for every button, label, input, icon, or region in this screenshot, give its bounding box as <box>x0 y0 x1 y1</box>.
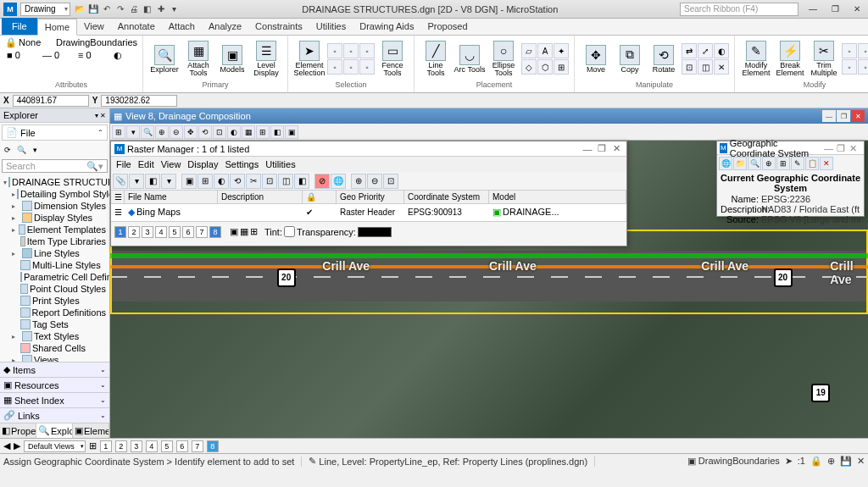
qa-undo-icon[interactable]: ↶ <box>101 3 113 15</box>
status-model[interactable]: ▣ DrawingBoundaries <box>687 456 780 467</box>
tab-explorer[interactable]: 🔍Explor... <box>36 423 73 438</box>
ribbon-search-input[interactable]: Search Ribbon (F4) <box>680 3 798 16</box>
col-model[interactable]: Model <box>489 191 626 203</box>
col-geopriority[interactable]: Geo Priority <box>337 191 404 203</box>
view-tab-3[interactable]: 3 <box>131 440 142 452</box>
tab-annotate[interactable]: Annotate <box>111 18 162 35</box>
view-tab-1[interactable]: 1 <box>100 440 112 452</box>
tree-item[interactable]: Point Cloud Styles <box>2 283 108 295</box>
element-selection-button[interactable]: ➤Element Selection <box>293 39 326 80</box>
tree-item[interactable]: ▸Text Styles <box>2 330 108 342</box>
view-tool-icon[interactable]: ⊞ <box>112 125 125 139</box>
tab-drawing-aids[interactable]: Drawing Aids <box>353 18 420 35</box>
explorer-button[interactable]: 🔍Explorer <box>148 39 181 80</box>
menu-display[interactable]: Display <box>187 159 218 169</box>
template-combo[interactable]: DrawingBoundaries <box>56 37 137 48</box>
view-tab-6[interactable]: 6 <box>176 440 188 452</box>
tab-analyze[interactable]: Analyze <box>202 18 248 35</box>
view-max-button[interactable]: ❐ <box>837 110 850 122</box>
menu-file[interactable]: File <box>116 159 131 169</box>
minimize-button[interactable]: — <box>802 2 824 17</box>
view-tab-7[interactable]: 7 <box>192 440 203 452</box>
tree-item[interactable]: Tag Sets <box>2 318 108 330</box>
raster-close-icon[interactable]: ✕ <box>609 144 623 154</box>
tree-item[interactable]: ▸Element Templates <box>2 224 108 235</box>
workflow-combo[interactable]: Drawing <box>20 3 70 16</box>
raster-max-icon[interactable]: ❐ <box>595 144 609 154</box>
qa-save-icon[interactable]: 💾 <box>87 3 99 15</box>
qa-tool3-icon[interactable]: ▾ <box>169 3 181 15</box>
view-layout-icon[interactable]: ⊞ <box>89 440 97 451</box>
line-tools-button[interactable]: ╱Line Tools <box>420 39 452 80</box>
status-scale[interactable]: :1 <box>798 456 805 467</box>
view-tab-5[interactable]: 5 <box>161 440 173 452</box>
qa-print-icon[interactable]: 🖨 <box>128 3 140 15</box>
explorer-pin-icon[interactable]: ▾ ✕ <box>95 112 106 119</box>
tree-item[interactable]: Shared Cells <box>2 342 108 354</box>
break-element-button[interactable]: ⚡Break Element <box>774 39 806 80</box>
transparency-slider[interactable] <box>358 227 392 237</box>
status-snap-icon[interactable]: ⊕ <box>827 456 835 467</box>
lock-icon[interactable]: 🔒 <box>5 37 17 48</box>
trim-multiple-button[interactable]: ✂Trim Multiple <box>808 39 840 80</box>
status-warn-icon[interactable]: ✕ <box>857 456 865 467</box>
tree-root[interactable]: ▾DRAINAGE STRUCTURES.dgn <box>2 176 108 188</box>
maximize-button[interactable]: ❐ <box>824 2 846 17</box>
menu-edit[interactable]: Edit <box>138 159 154 169</box>
view-tab-4[interactable]: 4 <box>146 440 158 452</box>
tint-checkbox[interactable] <box>284 226 295 237</box>
tab-element[interactable]: ▣Eleme... <box>73 423 109 438</box>
y-coord-value[interactable]: 1930282.62 <box>101 95 177 107</box>
panel-links[interactable]: 🔗Links⌄ <box>0 407 109 423</box>
refresh-icon[interactable]: ⟳ <box>2 144 14 156</box>
tab-attach[interactable]: Attach <box>162 18 202 35</box>
qa-tool1-icon[interactable]: ◧ <box>142 3 153 15</box>
x-coord-value[interactable]: 440891.67 <box>13 95 89 107</box>
col-filename[interactable]: File Name <box>125 191 218 203</box>
qa-open-icon[interactable]: 📂 <box>74 3 86 15</box>
models-button[interactable]: ▣Models <box>216 39 248 80</box>
panel-items[interactable]: ◆Items⌄ <box>0 362 109 377</box>
nav-prev-icon[interactable]: ◀ <box>3 440 10 451</box>
col-coordsys[interactable]: Coordinate System <box>404 191 489 203</box>
explorer-search-input[interactable]: Search🔍▾ <box>2 159 108 173</box>
gcs-dialog[interactable]: MGeographic Coordinate System —❐✕ 🌐📁🔍⊕⊞✎… <box>716 141 865 217</box>
tree-item[interactable]: Report Definitions <box>2 307 108 318</box>
fence-tools-button[interactable]: ▭Fence Tools <box>376 39 409 80</box>
tab-properties[interactable]: ◧Prope... <box>0 423 36 438</box>
tab-proposed[interactable]: Proposed <box>420 18 474 35</box>
panel-sheet-index[interactable]: ▦Sheet Index⌄ <box>0 392 109 407</box>
tree-item[interactable]: Print Styles <box>2 295 108 307</box>
explorer-file-section[interactable]: 📄 File ⌃ <box>2 125 108 141</box>
tree-item[interactable]: ▸Views <box>2 354 108 362</box>
level-combo[interactable]: None <box>19 37 54 48</box>
tab-view[interactable]: View <box>77 18 111 35</box>
tree-item[interactable]: ▸Dimension Styles <box>2 200 108 212</box>
tree-item[interactable]: Item Type Libraries <box>2 235 108 247</box>
nav-next-icon[interactable]: ▶ <box>14 440 20 451</box>
view-min-button[interactable]: — <box>822 110 836 122</box>
tab-constraints[interactable]: Constraints <box>248 18 309 35</box>
zoom-icon[interactable]: 🔍 <box>15 144 27 156</box>
move-button[interactable]: ✥Move <box>580 39 612 80</box>
class-combo[interactable]: ◐ <box>112 50 137 61</box>
tree-item[interactable]: ▸Detailing Symbol Styles <box>2 188 108 200</box>
tree-item[interactable]: ▸Line Styles <box>2 247 108 259</box>
menu-utilities[interactable]: Utilities <box>265 159 295 169</box>
status-save-icon[interactable]: 💾 <box>840 456 852 467</box>
raster-row[interactable]: ☰ ◆Bing Maps ✔ Raster Header EPSG:900913… <box>111 204 626 219</box>
tab-home[interactable]: Home <box>37 19 77 36</box>
file-tab[interactable]: File <box>2 18 37 35</box>
ellipse-tools-button[interactable]: ○Ellipse Tools <box>487 39 520 80</box>
weight-combo[interactable]: ≡ 0 <box>76 50 110 61</box>
raster-manager-dialog[interactable]: M Raster Manager : 1 of 1 listed —❐✕ Fil… <box>110 141 627 246</box>
qa-redo-icon[interactable]: ↷ <box>114 3 126 15</box>
tree-item[interactable]: Parametric Cell Definitions <box>2 271 108 283</box>
col-readonly[interactable]: 🔒 <box>303 191 337 203</box>
col-icon[interactable]: ☰ <box>111 191 125 203</box>
copy-button[interactable]: ⧉Copy <box>614 39 646 80</box>
raster-min-icon[interactable]: — <box>581 144 594 154</box>
col-description[interactable]: Description <box>218 191 303 203</box>
tree-item[interactable]: Multi-Line Styles <box>2 259 108 271</box>
views-combo[interactable]: Default Views <box>24 440 86 452</box>
